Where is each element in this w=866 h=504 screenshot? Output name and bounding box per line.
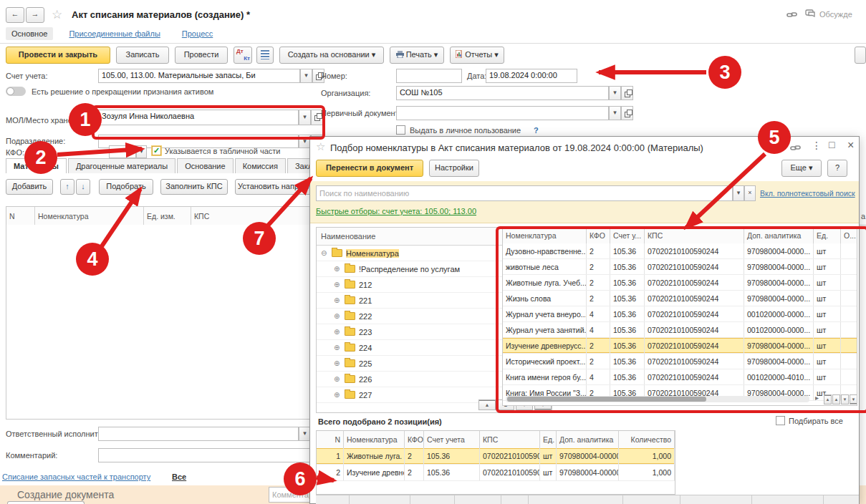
fulltext-search-link[interactable]: Вкл. полнотекстовый поиск bbox=[760, 189, 855, 198]
items-table-row[interactable]: Дузовно-нравственне... 2 105.36 07020210… bbox=[503, 243, 857, 259]
search-dropdown-button[interactable]: ▾ bbox=[733, 185, 744, 201]
items-table-row[interactable]: Жизнь слова 2 105.36 07020210100590244 9… bbox=[503, 291, 857, 306]
document-structure-button[interactable] bbox=[256, 47, 274, 64]
doc-table-header-cell[interactable]: Ед. изм. bbox=[144, 207, 191, 225]
picked-table-header-cell[interactable]: КПС bbox=[480, 431, 540, 448]
items-go-up-button[interactable]: ▲ bbox=[832, 394, 840, 404]
write-button[interactable]: Записать bbox=[116, 47, 169, 64]
items-table-header-cell[interactable]: О... bbox=[841, 228, 857, 243]
picked-table-header-cell[interactable]: Ед. bbox=[540, 431, 557, 448]
items-table-row[interactable]: Изучение древнерусс... 2 105.36 07020210… bbox=[503, 338, 857, 354]
picked-table-row[interactable]: 1 Животные луга. Учеб... 2 105.36 070202… bbox=[317, 448, 675, 465]
picked-table-header-cell[interactable]: N bbox=[317, 431, 344, 448]
items-table-header-cell[interactable]: Счет у... bbox=[610, 228, 645, 243]
all-link[interactable]: Все bbox=[172, 472, 186, 481]
move-down-button[interactable]: ↓ bbox=[76, 179, 90, 195]
picked-table-header-cell[interactable]: КФО bbox=[405, 431, 424, 448]
back-button[interactable]: ← bbox=[6, 7, 24, 23]
dialog-close-icon[interactable]: × bbox=[847, 139, 854, 152]
expand-icon[interactable]: ⊕ bbox=[334, 391, 342, 399]
primary-doc-open-button[interactable] bbox=[621, 106, 633, 120]
expand-icon[interactable]: ⊕ bbox=[334, 296, 342, 304]
organization-field[interactable]: СОШ №105 bbox=[396, 86, 609, 100]
nav-tab[interactable]: Присоединенные файлы bbox=[63, 27, 165, 40]
picked-table-header-cell[interactable]: Номенклатура bbox=[344, 431, 405, 448]
number-field[interactable] bbox=[396, 69, 462, 83]
spare-parts-link[interactable]: Списание запасных частей к транспорту bbox=[2, 472, 150, 481]
post-button[interactable]: Провести bbox=[175, 47, 228, 64]
dt-kt-button[interactable]: ДтКт bbox=[234, 47, 252, 64]
items-go-down-button[interactable]: ▼ bbox=[841, 394, 849, 404]
asset-recognition-toggle[interactable] bbox=[6, 87, 26, 96]
fill-kps-button[interactable]: Заполнить КПС bbox=[160, 179, 228, 195]
favorite-star-icon[interactable]: ☆ bbox=[52, 7, 62, 22]
expand-icon[interactable]: ⊕ bbox=[334, 359, 342, 367]
doc-table-header-cell[interactable]: КПС bbox=[191, 207, 311, 225]
create-based-on-button[interactable]: Создать на основании ▾ bbox=[279, 47, 384, 64]
picked-table-row[interactable]: 2 Изучение древнерус... 2 105.36 0702021… bbox=[317, 465, 675, 481]
dialog-menu-icon[interactable]: ⋮ bbox=[812, 140, 822, 151]
discussions-icon[interactable] bbox=[805, 9, 817, 19]
items-table-header-cell[interactable]: КФО bbox=[587, 228, 610, 243]
search-clear-button[interactable]: × bbox=[744, 185, 756, 201]
pick-all-checkbox[interactable] bbox=[776, 416, 785, 425]
items-table-row[interactable]: животные леса 2 105.36 07020210100590244… bbox=[503, 259, 857, 275]
expand-icon[interactable]: ⊕ bbox=[334, 281, 342, 289]
expand-icon[interactable]: ⊕ bbox=[334, 312, 342, 320]
task-button-partial[interactable] bbox=[7, 501, 85, 504]
kfo-in-table-checkbox[interactable]: ✓ bbox=[152, 146, 161, 155]
picked-table-header-cell[interactable]: Количество bbox=[619, 431, 675, 448]
doc-table-header-cell[interactable]: Номенклатура bbox=[35, 207, 144, 225]
search-input[interactable] bbox=[316, 185, 733, 201]
doc-table-body[interactable] bbox=[6, 225, 311, 420]
discussions-label[interactable]: Обсужде bbox=[819, 10, 852, 19]
doc-tab[interactable]: Комиссия bbox=[235, 158, 286, 173]
scroll-right-icon[interactable]: ▸ bbox=[815, 394, 819, 402]
kfo-dropdown-button[interactable]: ▾ bbox=[136, 145, 147, 158]
expand-icon[interactable]: ⊕ bbox=[334, 344, 342, 352]
mol-dropdown-button[interactable]: ▾ bbox=[299, 110, 311, 125]
add-row-button[interactable]: Добавить bbox=[6, 179, 53, 195]
mol-field[interactable]: Зозуля Инна Николаевна bbox=[98, 110, 299, 125]
dialog-maximize-icon[interactable]: □ bbox=[829, 139, 834, 150]
reports-button[interactable]: Отчеты ▾ bbox=[450, 47, 504, 64]
more-button-partial[interactable] bbox=[855, 47, 866, 64]
dialog-link-icon[interactable] bbox=[790, 142, 801, 153]
account-field[interactable]: 105.00, 113.00. Материальные запасы, Би bbox=[98, 69, 300, 83]
personal-use-checkbox[interactable] bbox=[396, 125, 405, 135]
organization-open-button[interactable] bbox=[621, 86, 633, 100]
dialog-more-button[interactable]: Еще ▾ bbox=[781, 160, 822, 177]
post-and-close-button[interactable]: Провести и закрыть bbox=[6, 47, 110, 64]
items-table-header-cell[interactable]: Доп. аналитика bbox=[744, 228, 814, 243]
responsible-field[interactable] bbox=[98, 427, 299, 441]
forward-button[interactable]: → bbox=[26, 7, 44, 23]
doc-tab[interactable]: Драгоценные материалы bbox=[68, 158, 175, 173]
settings-button[interactable]: Настройки bbox=[429, 160, 479, 177]
doc-tab[interactable]: Материалы bbox=[6, 158, 67, 173]
items-table-header-cell[interactable]: Номенклатура bbox=[503, 228, 587, 243]
date-field[interactable]: 19.08.2024 0:00:00 bbox=[486, 69, 577, 83]
expand-icon[interactable]: ⊕ bbox=[334, 328, 342, 336]
quick-filters-link[interactable]: Быстрые отборы: счет учета: 105.00; 113.… bbox=[316, 207, 476, 215]
picked-table-header-cell[interactable]: Доп. аналитика bbox=[557, 431, 619, 448]
transfer-to-document-button[interactable]: Перенести в документ bbox=[316, 160, 423, 177]
dialog-star-icon[interactable]: ☆ bbox=[316, 140, 325, 153]
expand-icon[interactable]: ⊖ bbox=[321, 249, 329, 257]
primary-doc-field[interactable] bbox=[396, 106, 609, 120]
dialog-help-button[interactable]: ? bbox=[827, 160, 847, 177]
primary-doc-dropdown-button[interactable]: ▾ bbox=[609, 106, 621, 120]
items-table-row[interactable]: Книга имени героя бу... 4 105.36 0702021… bbox=[503, 369, 857, 385]
items-table-header-cell[interactable]: Ед. bbox=[814, 228, 841, 243]
doc-table-header-cell[interactable]: N bbox=[6, 207, 35, 225]
print-button[interactable]: Печать ▾ bbox=[390, 47, 444, 64]
pick-items-button[interactable]: Подобрать bbox=[99, 179, 153, 195]
kfo-field[interactable] bbox=[109, 145, 136, 158]
picked-table-header-cell[interactable]: Счет учета bbox=[424, 431, 480, 448]
items-table-header-cell[interactable]: КПС bbox=[645, 228, 744, 243]
nav-tab[interactable]: Процесс bbox=[176, 27, 218, 40]
doc-tab[interactable]: Основание bbox=[177, 158, 233, 173]
nav-tab[interactable]: Основное bbox=[6, 27, 53, 40]
items-table-row[interactable]: Журнал учета занятий... 4 105.36 0702021… bbox=[503, 322, 857, 338]
expand-icon[interactable]: ⊕ bbox=[334, 375, 342, 383]
personal-use-help-icon[interactable]: ? bbox=[534, 126, 539, 135]
